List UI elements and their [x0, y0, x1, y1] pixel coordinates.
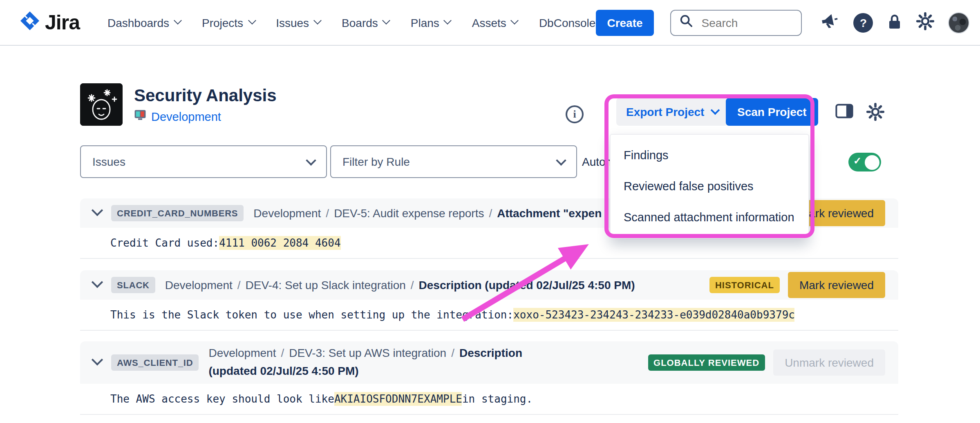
breadcrumb: Development/DEV-5: Audit expense reports… — [253, 207, 602, 220]
chevron-down-icon — [383, 16, 391, 24]
chevron-down-icon — [710, 106, 720, 115]
menu-item-findings[interactable]: Findings — [611, 140, 808, 171]
user-avatar — [949, 12, 970, 33]
toggle-knob — [864, 155, 879, 169]
menu-item-reviewed-false-positives[interactable]: Reviewed false positives — [611, 171, 808, 202]
megaphone-icon — [820, 12, 840, 33]
detected-secret: AKIAIOSFODNN7EXAMPLE — [334, 392, 462, 406]
settings-button[interactable] — [917, 12, 935, 33]
breadcrumb: Development/DEV-3: Set up AWS integratio… — [208, 345, 527, 381]
panel-layout-icon — [835, 104, 853, 121]
page: Jira Dashboards Projects Issues Boards P… — [0, 0, 980, 423]
chevron-down-icon — [511, 16, 519, 24]
security-button[interactable] — [887, 13, 903, 32]
scan-project-button[interactable]: Scan Project — [726, 98, 818, 126]
collapse-chevron-icon[interactable] — [92, 205, 103, 216]
search-icon — [680, 14, 694, 31]
menu-item-scanned-attachment-information[interactable]: Scanned attachment information — [611, 202, 808, 233]
check-icon: ✓ — [853, 155, 861, 167]
nav-icon-cluster: ? — [820, 12, 970, 33]
announcements-button[interactable] — [820, 12, 840, 33]
historical-badge: HISTORICAL — [709, 277, 780, 293]
nav-dbconsole[interactable]: DbConsole — [539, 16, 596, 29]
project-settings-button[interactable] — [866, 103, 884, 123]
page-title: Security Analysis — [134, 85, 277, 105]
help-button[interactable]: ? — [854, 13, 873, 32]
mark-reviewed-button[interactable]: Mark reviewed — [788, 272, 885, 298]
chevron-down-icon — [248, 16, 256, 24]
brand-name: Jira — [45, 11, 80, 34]
chevron-down-icon — [306, 155, 316, 165]
finding-card-slack: SLACK Development/DEV-4: Set up Slack in… — [80, 270, 898, 331]
project-titles: Security Analysis Development — [134, 83, 277, 124]
detected-secret: 4111 0062 2084 4604 — [219, 236, 340, 250]
lock-icon — [887, 13, 903, 32]
export-project-button[interactable]: Export Project — [616, 98, 728, 126]
info-icon: i — [573, 108, 576, 121]
finding-card-aws: AWS_CLIENT_ID Development/DEV-3: Set up … — [80, 341, 898, 415]
chevron-down-icon — [174, 16, 182, 24]
nav-plans[interactable]: Plans — [411, 16, 451, 29]
gear-icon — [917, 12, 935, 33]
primary-nav: Dashboards Projects Issues Boards Plans … — [107, 16, 595, 29]
board-view-button[interactable] — [835, 104, 853, 121]
top-navigation: Jira Dashboards Projects Issues Boards P… — [0, 0, 980, 46]
chevron-down-icon — [313, 16, 322, 24]
jira-logo[interactable]: Jira — [20, 11, 80, 34]
info-button[interactable]: i — [566, 105, 584, 123]
finding-content: The AWS access key should look like AKIA… — [80, 384, 898, 415]
collapse-chevron-icon[interactable] — [92, 354, 103, 365]
project-link[interactable]: Development — [151, 110, 221, 123]
chevron-down-icon — [444, 16, 452, 24]
rule-badge: CREDIT_CARD_NUMBERS — [111, 205, 244, 221]
jira-logo-icon — [20, 11, 40, 34]
globally-reviewed-badge: GLOBALLY REVIEWED — [648, 354, 765, 371]
create-button[interactable]: Create — [595, 9, 654, 36]
project-avatar — [80, 83, 123, 126]
detected-secret: xoxo-523423-234243-234233-e039d02840a0b9… — [513, 308, 795, 322]
project-category-icon — [134, 109, 146, 124]
issues-select[interactable]: Issues — [80, 145, 327, 178]
auto-review-toggle[interactable]: ✓ — [848, 153, 881, 171]
nav-assets[interactable]: Assets — [472, 16, 518, 29]
question-mark-icon: ? — [854, 13, 873, 32]
project-header: Security Analysis Development — [80, 83, 277, 126]
global-search[interactable] — [671, 9, 802, 36]
unmark-reviewed-button[interactable]: Unmark reviewed — [773, 350, 885, 376]
chevron-down-icon — [556, 155, 566, 165]
finding-header: SLACK Development/DEV-4: Set up Slack in… — [80, 270, 898, 300]
nav-projects[interactable]: Projects — [202, 16, 255, 29]
rule-badge: SLACK — [111, 277, 155, 293]
collapse-chevron-icon[interactable] — [92, 276, 103, 288]
nav-issues[interactable]: Issues — [276, 16, 320, 29]
search-input[interactable] — [700, 15, 793, 30]
rule-badge: AWS_CLIENT_ID — [111, 354, 199, 371]
breadcrumb: Development/DEV-4: Set up Slack integrat… — [165, 278, 635, 292]
gear-icon — [866, 103, 884, 123]
finding-content: This is the Slack token to use when sett… — [80, 300, 898, 331]
filter-by-rule-select[interactable]: Filter by Rule — [330, 145, 577, 178]
nav-dashboards[interactable]: Dashboards — [107, 16, 181, 29]
export-dropdown-menu: Findings Reviewed false positives Scanne… — [610, 134, 809, 238]
finding-header: AWS_CLIENT_ID Development/DEV-3: Set up … — [80, 341, 898, 384]
profile-button[interactable] — [949, 12, 970, 33]
nav-boards[interactable]: Boards — [342, 16, 389, 29]
